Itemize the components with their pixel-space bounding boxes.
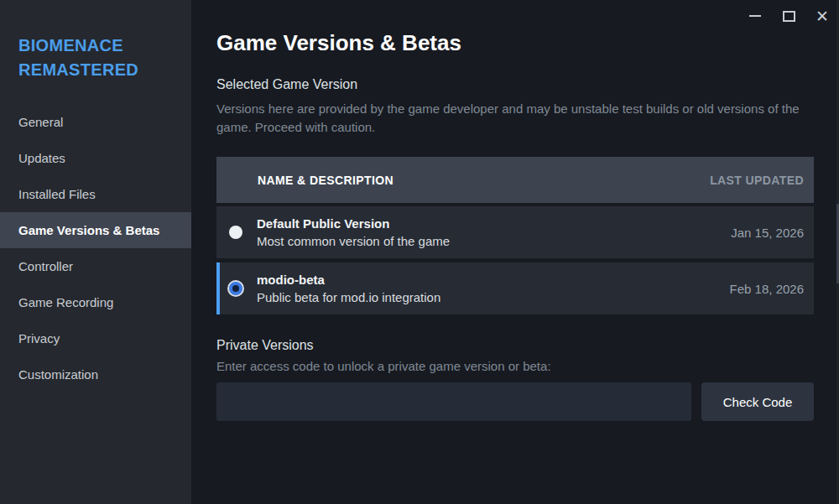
sidebar-item-game-versions-betas[interactable]: Game Versions & Betas (0, 212, 191, 248)
maximize-button[interactable] (780, 8, 797, 24)
game-title: BIOMENACE REMASTERED (0, 34, 191, 82)
minimize-button[interactable] (747, 8, 763, 24)
version-name: modio-beta (257, 272, 730, 288)
version-last-updated: Feb 18, 2026 (730, 282, 814, 296)
version-description: Public beta for mod.io integration (257, 288, 730, 306)
maximize-icon (783, 11, 795, 22)
selected-version-description: Versions here are provided by the game d… (216, 100, 804, 137)
table-header: NAME & DESCRIPTION LAST UPDATED (216, 157, 814, 203)
versions-table: NAME & DESCRIPTION LAST UPDATED Default … (216, 157, 814, 314)
window-controls: ✕ (747, 5, 831, 27)
sidebar-item-game-recording[interactable]: Game Recording (0, 284, 191, 320)
selected-version-heading: Selected Game Version (216, 75, 814, 94)
sidebar-nav: General Updates Installed Files Game Ver… (0, 104, 191, 392)
sidebar-item-updates[interactable]: Updates (0, 140, 191, 176)
table-row-modio-beta[interactable]: modio-beta Public beta for mod.io integr… (216, 262, 814, 314)
page-title: Game Versions & Betas (216, 29, 814, 57)
private-versions-heading: Private Versions (216, 336, 814, 355)
close-icon: ✕ (816, 8, 829, 24)
sidebar-item-customization[interactable]: Customization (0, 356, 191, 392)
row-text: modio-beta Public beta for mod.io integr… (257, 272, 730, 306)
access-code-input[interactable] (216, 382, 691, 421)
table-row-default-public-version[interactable]: Default Public Version Most common versi… (216, 206, 814, 258)
sidebar-item-privacy[interactable]: Privacy (0, 320, 191, 356)
main-panel: ✕ Game Versions & Betas Selected Game Ve… (191, 0, 839, 504)
version-description: Most common version of the game (257, 232, 731, 250)
radio-unselected-icon[interactable] (229, 226, 242, 239)
sidebar-item-general[interactable]: General (0, 104, 191, 140)
column-header-last-updated: LAST UPDATED (710, 174, 814, 187)
column-header-name: NAME & DESCRIPTION (216, 174, 710, 187)
close-button[interactable]: ✕ (814, 8, 831, 24)
row-text: Default Public Version Most common versi… (257, 216, 731, 250)
version-last-updated: Jan 15, 2026 (731, 226, 814, 240)
sidebar-item-controller[interactable]: Controller (0, 248, 191, 284)
content-area: Game Versions & Betas Selected Game Vers… (191, 29, 839, 421)
game-title-line2: REMASTERED (18, 58, 173, 82)
access-code-row: Check Code (216, 382, 814, 421)
version-name: Default Public Version (257, 216, 731, 232)
check-code-button[interactable]: Check Code (701, 382, 814, 421)
sidebar-item-installed-files[interactable]: Installed Files (0, 176, 191, 212)
radio-selected-icon[interactable] (229, 282, 242, 295)
sidebar: BIOMENACE REMASTERED General Updates Ins… (0, 0, 191, 504)
private-versions-description: Enter access code to unlock a private ga… (216, 357, 814, 376)
game-title-line1: BIOMENACE (18, 34, 173, 58)
minimize-icon (749, 15, 761, 17)
